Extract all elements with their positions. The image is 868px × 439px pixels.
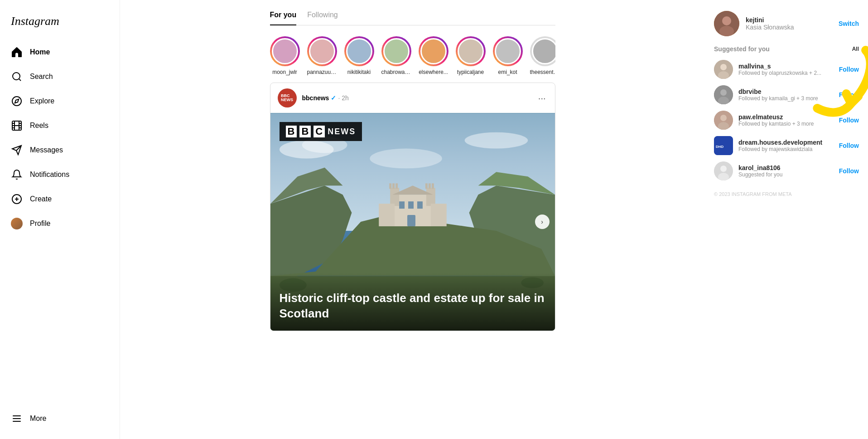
suggestion-info: dbrvibe Followed by kamaila_gi + 3 more [738,88,834,102]
suggestion-sub: Followed by olapruszkowska + 2... [738,70,834,76]
svg-rect-37 [408,201,414,209]
suggestion-username[interactable]: dbrvibe [738,88,834,95]
sidebar-item-notifications[interactable]: Notifications [5,163,114,186]
follow-button-mallvina_s[interactable]: Follow [839,66,859,73]
story-chabrowa_j[interactable]: chabrowa_j... [381,36,411,75]
svg-point-0 [13,73,20,80]
suggestion-avatar[interactable] [714,60,733,79]
sidebar-item-notifications-label: Notifications [30,171,69,179]
svg-rect-29 [389,183,391,189]
story-ring [419,36,448,66]
sidebar-item-reels[interactable]: Reels [5,114,114,137]
instagram-logo[interactable]: Instagram [5,9,114,39]
suggestion-username[interactable]: karol_ina8106 [738,164,834,171]
home-icon [11,46,23,58]
svg-rect-32 [425,183,427,189]
post-more-options[interactable]: ··· [536,91,548,105]
switch-account-button[interactable]: Switch [839,20,859,27]
explore-icon [11,95,23,107]
svg-rect-41 [430,204,446,226]
sidebar-item-search[interactable]: Search [5,65,114,88]
story-ring [344,36,374,66]
story-avatar [383,38,410,64]
sidebar-item-create[interactable]: Create [5,188,114,210]
story-label: nikitikitaki [347,69,371,75]
post-caption: Historic cliff-top castle and estate up … [270,273,555,331]
sidebar-item-explore[interactable]: Explore [5,90,114,112]
post-username[interactable]: bbcnews ✓ · 2h [302,94,531,102]
story-avatar [309,38,335,64]
sidebar-item-explore-label: Explore [30,97,54,105]
user-avatar[interactable] [714,11,739,36]
suggestion-avatar[interactable]: DHD [714,136,733,155]
bbc-b2: B [299,126,311,137]
follow-button-dream.houses[interactable]: Follow [839,142,859,149]
suggestion-dbrvibe: dbrvibe Followed by kamaila_gi + 3 more … [714,85,859,104]
tab-for-you[interactable]: For you [270,11,297,25]
verified-badge: ✓ [331,94,336,102]
story-typiicaljane[interactable]: typiicaljane [456,36,486,75]
post-next-button[interactable]: › [535,215,550,229]
bbc-news-overlay: B B C NEWS [280,122,362,141]
see-all-button[interactable]: All [852,46,859,52]
post-user-info: bbcnews ✓ · 2h [302,94,531,102]
sidebar-item-messages[interactable]: Messages [5,139,114,161]
svg-text:DHD: DHD [716,145,724,149]
svg-rect-33 [428,183,430,189]
suggestion-avatar[interactable] [714,161,733,180]
story-label: elsewhere... [419,69,448,75]
story-moon_jwlr[interactable]: moon_jwlr [270,36,300,75]
follow-button-paw.elmateusz[interactable]: Follow [839,117,859,124]
svg-rect-38 [417,201,422,209]
user-fullname: Kasia Słonawska [746,24,832,31]
story-pannazuuz[interactable]: pannazuuz... [307,36,337,75]
user-info: kejtini Kasia Słonawska [746,16,832,31]
story-ring [456,36,486,66]
svg-point-57 [720,166,727,172]
suggestion-paw.elmateusz: paw.elmateusz Followed by kamtasio + 3 m… [714,111,859,130]
svg-point-43 [722,16,731,25]
story-elsewhere[interactable]: elsewhere... [419,36,448,75]
story-ring-seen [530,36,555,66]
story-avatar [346,38,372,64]
story-avatar [420,38,447,64]
sidebar-item-more[interactable]: More [5,407,114,430]
sidebar-item-messages-label: Messages [30,146,63,154]
suggestion-username[interactable]: mallvina_s [738,63,834,70]
follow-button-dbrvibe[interactable]: Follow [839,91,859,98]
tab-following[interactable]: Following [307,11,338,25]
sidebar-footer: © 2023 INSTAGRAM FROM META [714,191,859,197]
main-feed: For you Following moon_jwlr pannazuuz... [120,0,705,439]
svg-point-13 [370,149,442,169]
suggestion-info: paw.elmateusz Followed by kamtasio + 3 m… [738,113,834,127]
messages-icon [11,144,23,156]
suggestion-avatar[interactable] [714,111,733,130]
sidebar-item-profile[interactable]: Profile [5,212,114,235]
svg-rect-28 [426,188,435,206]
suggestion-dream.houses: DHD dream.houses.development Followed by… [714,136,859,155]
suggestions-header: Suggested for you All [714,45,859,53]
suggestion-username[interactable]: dream.houses.development [738,139,834,146]
feed-container: For you Following moon_jwlr pannazuuz... [270,0,555,342]
story-theessentia[interactable]: theessentia... [530,36,555,75]
svg-rect-40 [379,204,395,226]
bbc-b1: B [286,126,297,137]
svg-point-46 [720,64,727,70]
suggestion-username[interactable]: paw.elmateusz [738,113,834,121]
user-profile-row: kejtini Kasia Słonawska Switch [714,11,859,36]
sidebar-item-home[interactable]: Home [5,41,114,63]
svg-rect-27 [390,188,399,206]
svg-point-52 [720,115,727,121]
follow-button-karol_ina8106[interactable]: Follow [839,167,859,175]
suggestion-avatar[interactable] [714,85,733,104]
svg-point-44 [719,26,734,36]
suggestions-title: Suggested for you [714,45,770,53]
svg-rect-9 [13,421,21,422]
story-emi_kot[interactable]: emi_kot [493,36,523,75]
sidebar-item-more-label: More [30,415,46,423]
stories-row: moon_jwlr pannazuuz... nikitikitaki chab… [270,33,555,83]
story-avatar [495,38,521,64]
story-nikitikitaki[interactable]: nikitikitaki [344,36,374,75]
svg-point-49 [720,89,727,96]
user-username[interactable]: kejtini [746,16,832,24]
